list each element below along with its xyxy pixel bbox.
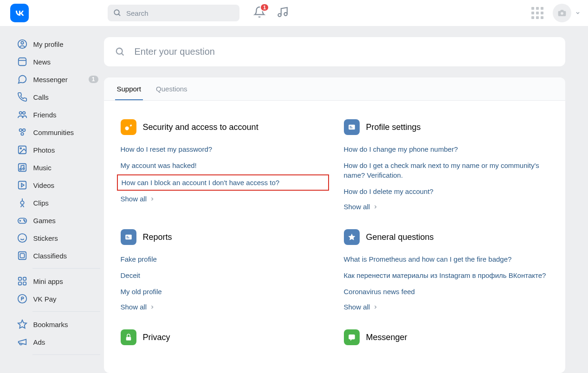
sidebar-item-profile[interactable]: My profile <box>13 35 104 53</box>
faq-link[interactable]: Deceit <box>121 270 325 280</box>
svg-point-10 <box>22 112 25 115</box>
section-title: Reports <box>143 232 172 242</box>
faq-link[interactable]: Как перенести материалы из Instagram в п… <box>344 270 549 280</box>
search-icon <box>115 47 125 57</box>
sidebar-item-vkpay[interactable]: VK Pay <box>13 290 104 308</box>
svg-marker-37 <box>18 320 26 328</box>
svg-point-25 <box>23 219 24 220</box>
show-all-link[interactable]: Show all <box>344 303 549 311</box>
faq-link[interactable]: What is Prometheus and how can I get the… <box>344 254 549 264</box>
svg-line-1 <box>118 14 120 16</box>
svg-point-4 <box>561 12 563 15</box>
profile-menu[interactable] <box>553 4 581 22</box>
question-input[interactable] <box>135 46 554 57</box>
ads-icon <box>17 336 28 347</box>
show-all-link[interactable]: Show all <box>121 303 325 311</box>
music-button[interactable] <box>277 6 289 20</box>
sidebar-item-photos[interactable]: Photos <box>13 141 104 159</box>
bookmark-icon <box>17 319 28 330</box>
header-search[interactable]: Search <box>108 5 239 21</box>
notif-badge: 1 <box>260 3 269 12</box>
sidebar-item-miniapps[interactable]: Mini apps <box>13 272 104 290</box>
messenger-badge: 1 <box>89 76 98 83</box>
sidebar-item-communities[interactable]: Communities <box>13 123 104 141</box>
svg-line-39 <box>121 53 123 55</box>
photos-icon <box>17 144 28 155</box>
sidebar-item-bookmarks[interactable]: Bookmarks <box>13 315 104 333</box>
chevron-right-icon <box>149 304 155 310</box>
section-title: Security and access to account <box>143 122 258 132</box>
sidebar-item-messenger[interactable]: Messenger1 <box>13 71 104 88</box>
svg-rect-48 <box>349 334 355 340</box>
main-content: Support Questions Security and access to… <box>104 26 565 373</box>
sidebar-item-clips[interactable]: Clips <box>13 194 104 212</box>
header: Search 1 <box>0 0 588 26</box>
communities-icon <box>17 127 28 138</box>
sidebar-item-news[interactable]: News <box>13 53 104 71</box>
chat-icon <box>17 74 28 85</box>
svg-point-17 <box>19 168 21 170</box>
avatar <box>553 4 571 22</box>
sections-grid: Security and access to account How do I … <box>104 101 565 373</box>
lock-icon <box>121 329 136 345</box>
svg-rect-19 <box>18 181 26 189</box>
sidebar-item-ads[interactable]: Ads <box>13 333 104 351</box>
chevron-right-icon <box>373 304 378 310</box>
section-reports: Reports Fake profile Deceit My old profi… <box>121 229 325 311</box>
header-right <box>531 4 581 22</box>
svg-rect-45 <box>126 238 129 238</box>
miniapps-icon <box>17 276 28 287</box>
faq-link[interactable]: My old profile <box>121 287 325 296</box>
faq-link[interactable]: My account was hacked! <box>121 161 325 170</box>
sidebar-item-stickers[interactable]: Stickers <box>13 229 104 247</box>
show-all-link[interactable]: Show all <box>121 195 325 203</box>
faq-link[interactable]: How do I change my phone number? <box>344 144 549 154</box>
sidebar-item-games[interactable]: Games <box>13 212 104 229</box>
section-title: Messenger <box>366 333 407 342</box>
svg-point-6 <box>21 42 24 45</box>
tab-support[interactable]: Support <box>115 77 143 100</box>
section-title: Profile settings <box>366 122 421 132</box>
apps-grid-icon[interactable] <box>531 7 543 19</box>
faq-link[interactable]: How do I delete my account? <box>344 186 549 196</box>
svg-point-38 <box>116 48 122 54</box>
key-icon <box>121 119 136 135</box>
content-card: Support Questions Security and access to… <box>104 77 565 373</box>
search-question-card <box>104 37 565 66</box>
notifications-button[interactable]: 1 <box>253 6 265 20</box>
music-nav-icon <box>17 162 28 173</box>
section-privacy: Privacy <box>121 329 325 354</box>
news-icon <box>17 56 28 67</box>
svg-rect-30 <box>18 252 26 260</box>
svg-point-3 <box>284 13 287 16</box>
vk-logo[interactable] <box>10 4 29 22</box>
report-icon <box>121 229 136 245</box>
svg-rect-31 <box>20 253 24 257</box>
sidebar-item-friends[interactable]: Friends <box>13 106 104 123</box>
faq-link-highlighted[interactable]: How can I block an account I don't have … <box>117 174 329 191</box>
svg-point-13 <box>21 133 24 135</box>
faq-link[interactable]: Fake profile <box>121 254 325 264</box>
svg-rect-35 <box>23 282 26 285</box>
sidebar-item-calls[interactable]: Calls <box>13 88 104 106</box>
chevron-right-icon <box>149 196 155 202</box>
svg-rect-42 <box>349 128 352 129</box>
show-all-link[interactable]: Show all <box>344 203 549 211</box>
camera-icon <box>557 8 567 18</box>
tab-questions[interactable]: Questions <box>154 77 189 100</box>
section-messenger: Messenger <box>344 329 549 354</box>
header-icons: 1 <box>253 6 289 20</box>
sidebar-item-videos[interactable]: Videos <box>13 176 104 194</box>
faq-link[interactable]: How do I get a check mark next to my nam… <box>344 161 549 180</box>
sidebar-item-music[interactable]: Music <box>13 159 104 176</box>
chevron-down-icon <box>575 10 581 16</box>
user-icon <box>17 39 28 50</box>
svg-point-21 <box>20 201 24 204</box>
svg-marker-46 <box>348 234 355 240</box>
chevron-right-icon <box>373 204 378 210</box>
phone-icon <box>17 91 28 103</box>
faq-link[interactable]: Coronavirus news feed <box>344 287 549 296</box>
faq-link[interactable]: How do I reset my password? <box>121 144 325 154</box>
svg-point-0 <box>114 10 119 15</box>
sidebar-item-classifieds[interactable]: Classifieds <box>13 247 104 264</box>
